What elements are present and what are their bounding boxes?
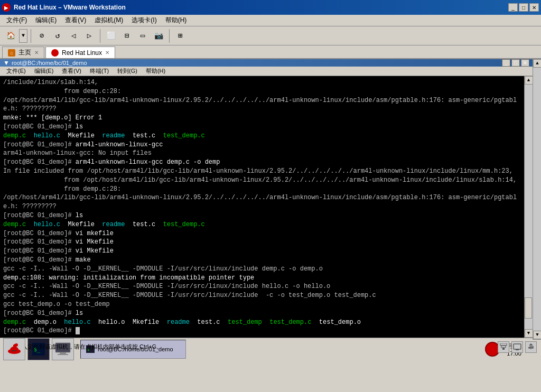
vm-menu-bar: 文件(E) 编辑(E) 查看(V) 终端(T) 转到(G) 帮助(H) <box>0 67 533 76</box>
network-icon <box>498 341 509 353</box>
close-button[interactable]: ✕ <box>529 3 539 12</box>
vm-title-icon: ▼ <box>3 59 10 67</box>
terminal-line: mnke: *** [demp.o] Error 1 <box>3 114 521 123</box>
terminal-line: [root@BC 01_demo]# arm4l-unknown-linux-g… <box>3 141 521 150</box>
usb-svg-icon <box>527 343 535 351</box>
tab-linux-close[interactable]: ✕ <box>105 50 109 55</box>
svg-rect-10 <box>501 346 506 348</box>
toolbar-screen-button[interactable]: ▭ <box>135 29 150 43</box>
status-icons <box>498 341 537 353</box>
tab-bar: ⌂ 主页 ✕ Red Hat Linux ✕ <box>0 45 541 59</box>
tab-linux[interactable]: Red Hat Linux ✕ <box>45 46 115 58</box>
menu-vm[interactable]: 虚拟机(M) <box>90 15 127 26</box>
toolbar-home-dropdown[interactable]: ▼ <box>19 29 27 43</box>
terminal-line: gcc test_demp.o -o test_demp <box>3 300 521 309</box>
vm-menu-view[interactable]: 查看(V) <box>58 67 86 76</box>
terminal-line: [root@BC 01_demo]# make <box>3 256 521 265</box>
minimize-button[interactable]: _ <box>508 3 518 12</box>
terminal-line: [root@BC 01_demo]# ls <box>3 123 521 132</box>
vm-maximize-button[interactable]: □ <box>511 59 520 67</box>
terminal-line: [root@BC 01_demo]# ls <box>3 211 521 220</box>
svg-rect-5 <box>60 352 66 354</box>
vm-menu-goto[interactable]: 转到(G) <box>113 67 142 76</box>
home-tab-icon: ⌂ <box>8 49 15 57</box>
vm-status-svg <box>513 343 521 351</box>
menu-view[interactable]: 查看(V) <box>61 15 90 26</box>
vm-title-path: root@BC:/home/bc/01_demo <box>12 60 502 66</box>
toolbar-back-button[interactable]: ◁ <box>66 29 81 43</box>
vm-close-button[interactable]: ✕ <box>521 59 529 67</box>
toolbar-suspend-button[interactable]: ⊘ <box>34 29 49 43</box>
maximize-button[interactable]: □ <box>519 3 528 12</box>
toolbar-group-1: 🏠 ▼ <box>3 29 31 43</box>
vm-menu-help[interactable]: 帮助(H) <box>142 67 170 76</box>
window-title: Red Hat Linux – VMware Workstation <box>14 4 508 11</box>
svg-rect-13 <box>516 349 519 350</box>
terminal-line: In file included from /opt/host/arm4l/li… <box>3 167 521 176</box>
terminal-line: gcc -c -I.. -Wall -O -D__KERNEL__ -DMODU… <box>3 282 521 291</box>
network-svg-icon <box>499 343 508 351</box>
scroll-thumb[interactable] <box>525 297 532 319</box>
usb-icon <box>525 341 537 353</box>
terminal-line: from /opt/host/arm4l/lib/gcc-lib/arm4l-u… <box>3 176 521 185</box>
main-menu-bar: 文件(F) 编辑(E) 查看(V) 虚拟机(M) 选项卡(I) 帮助(H) <box>0 15 541 26</box>
main-toolbar: 🏠 ▼ ⊘ ↺ ◁ ▷ ⬜ ⊟ ▭ 📷 ⊞ <box>0 26 541 45</box>
tab-home-close[interactable]: ✕ <box>34 50 39 55</box>
vm-minimize-button[interactable]: _ <box>502 59 510 67</box>
menu-tabs[interactable]: 选项卡(I) <box>127 15 161 26</box>
menu-help[interactable]: 帮助(H) <box>161 15 191 26</box>
vm-menu-edit[interactable]: 编辑(E) <box>30 67 58 76</box>
menu-file[interactable]: 文件(F) <box>2 15 31 26</box>
scroll-down-button[interactable]: ▼ <box>525 329 533 338</box>
toolbar-capture-button[interactable]: 📷 <box>151 29 166 43</box>
tab-home-label: 主页 <box>18 48 31 57</box>
vm-window-controls: _ □ ✕ <box>502 59 529 67</box>
toolbar-reset-button[interactable]: ↺ <box>50 29 65 43</box>
terminal-line: /include/linux/slab.h:14, <box>3 78 521 87</box>
toolbar-group-3: ⬜ ⊟ ▭ 📷 <box>104 29 170 43</box>
linux-tab-icon <box>51 49 59 57</box>
status-text: 要将输入定向到该虚拟机，请在虚拟机内部单击或按 Ctrl+G。 <box>4 343 493 351</box>
main-right-scrollbar: ▲ ▼ <box>533 59 541 339</box>
terminal-line: from demp.c:28: <box>3 185 521 194</box>
terminal-line: /opt/host/arm4l/lib/gcc-lib/arm4l-unknow… <box>3 193 521 211</box>
toolbar-group-2: ⊘ ↺ ◁ ▷ <box>34 29 100 43</box>
toolbar-split-button[interactable]: ⊟ <box>119 29 134 43</box>
terminal-line: [root@BC 01_demo]# vi Mkefile <box>3 238 521 247</box>
terminal-line: [root@BC 01_demo]# ls <box>3 309 521 318</box>
terminal-line: from demp.c:28: <box>3 87 521 96</box>
vm-title-bar: ▼ root@BC:/home/bc/01_demo _ □ ✕ <box>0 59 533 67</box>
title-bar: ▶ Red Hat Linux – VMware Workstation _ □… <box>0 0 541 15</box>
terminal-line: [root@BC 01_demo]# arm4l-unknown-linux-g… <box>3 158 521 167</box>
app-icon: ▶ <box>2 3 11 12</box>
terminal-line: [root@BC 01_demo]# <box>3 326 521 335</box>
main-scroll-track <box>533 68 541 331</box>
toolbar-unity-button[interactable]: ⊞ <box>173 29 188 43</box>
vm-menu-terminal[interactable]: 终端(T) <box>86 67 113 76</box>
svg-rect-11 <box>500 343 507 346</box>
svg-rect-6 <box>58 354 68 355</box>
terminal-line: arm4l-unknown-linux-gcc: No input files <box>3 149 521 158</box>
terminal-line: [root@BC 01_demo]# vi Mkefile <box>3 247 521 256</box>
vm-hat-button[interactable] <box>3 338 25 360</box>
vm-status-icon <box>511 341 523 353</box>
scroll-up-button[interactable]: ▲ <box>525 76 533 85</box>
terminal-line: gcc -c -I.. -Wall -O -D__KERNEL__ -DMODU… <box>3 265 521 274</box>
tab-home[interactable]: ⌂ 主页 ✕ <box>2 46 44 58</box>
main-scroll-up[interactable]: ▲ <box>533 59 541 68</box>
terminal-container[interactable]: /include/linux/slab.h:14, from demp.c:28… <box>0 76 533 338</box>
vm-menu-file[interactable]: 文件(E) <box>2 67 30 76</box>
toolbar-fullscreen-button[interactable]: ⬜ <box>104 29 118 43</box>
toolbar-home-button[interactable]: 🏠 <box>3 29 18 43</box>
terminal-scrollbar[interactable]: ▲ ▼ <box>524 76 533 338</box>
tab-linux-label: Red Hat Linux <box>62 49 102 57</box>
main-scroll-down[interactable]: ▼ <box>533 331 541 339</box>
terminal-line: demp.c hello.c Mkefile readme test.c tes… <box>3 132 521 141</box>
svg-rect-12 <box>514 344 521 349</box>
toolbar-forward-button[interactable]: ▷ <box>82 29 97 43</box>
terminal-line: demp.c hello.c Mkefile readme test.c tes… <box>3 220 521 229</box>
terminal-line: /opt/host/arm4l/lib/gcc-lib/arm4l-unknow… <box>3 96 521 114</box>
terminal-output[interactable]: /include/linux/slab.h:14, from demp.c:28… <box>0 76 524 338</box>
scroll-track <box>525 85 533 329</box>
menu-edit[interactable]: 编辑(E) <box>31 15 61 26</box>
